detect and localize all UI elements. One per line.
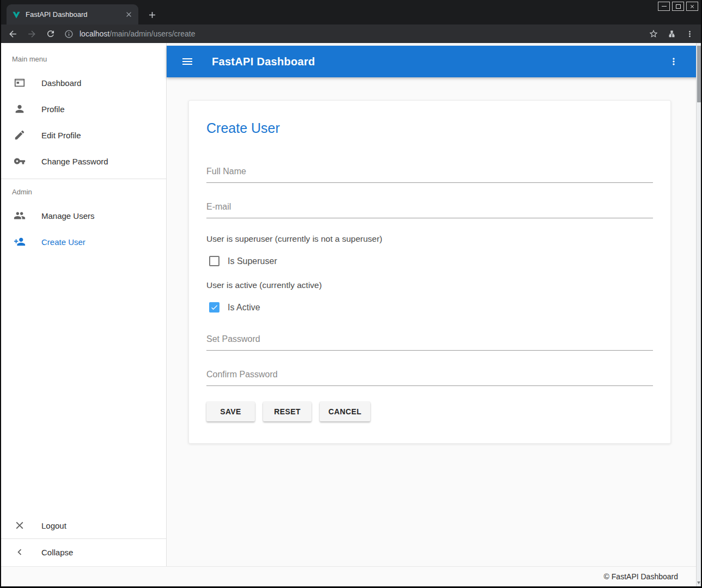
site-info-icon[interactable] [64, 29, 74, 39]
address-bar-row: localhost/main/admin/users/create [1, 24, 701, 43]
sidebar-item-label: Logout [41, 521, 66, 530]
forward-button[interactable] [27, 29, 37, 39]
browser-tab[interactable]: FastAPI Dashboard [7, 4, 138, 24]
sidebar-item-logout[interactable]: Logout [1, 512, 166, 538]
chevron-left-icon [14, 546, 26, 558]
address-bar-actions [649, 29, 694, 39]
sidebar: Main menu Dashboard Profile [1, 43, 167, 566]
main-area: FastAPI Dashboard Create User [167, 43, 701, 566]
full-name-input[interactable] [206, 163, 653, 183]
back-button[interactable] [8, 29, 18, 39]
sidebar-section-admin: Admin [1, 179, 166, 203]
tab-title: FastAPI Dashboard [26, 10, 120, 19]
confirm-password-input[interactable] [206, 366, 653, 386]
confirm-password-field-wrap [206, 366, 653, 386]
superuser-hint: User is superuser (currently is not a su… [206, 234, 653, 244]
browser-window: FastAPI Dashboard [0, 0, 702, 588]
dashboard-icon [14, 77, 26, 89]
sidebar-item-create-user[interactable]: Create User [1, 229, 166, 255]
person-add-icon [14, 236, 26, 248]
form-actions: SAVE RESET CANCEL [206, 402, 653, 421]
new-tab-button[interactable] [147, 10, 157, 20]
sidebar-item-edit-profile[interactable]: Edit Profile [1, 122, 166, 148]
close-icon [14, 519, 26, 531]
active-hint: User is active (currently active) [206, 280, 653, 290]
sidebar-item-manage-users[interactable]: Manage Users [1, 203, 166, 229]
address-bar[interactable]: localhost/main/admin/users/create [64, 29, 640, 39]
sidebar-item-label: Profile [41, 105, 65, 114]
sidebar-item-label: Dashboard [41, 78, 81, 88]
active-checkbox-label[interactable]: Is Active [228, 303, 260, 313]
sidebar-item-label: Edit Profile [41, 131, 81, 140]
scrollbar-thumb[interactable] [697, 46, 701, 102]
cancel-button[interactable]: CANCEL [320, 402, 370, 421]
appbar-title: FastAPI Dashboard [212, 56, 315, 68]
sidebar-bottom: Logout Collapse [1, 512, 166, 566]
superuser-checkbox-label[interactable]: Is Superuser [228, 256, 277, 266]
email-field-wrap [206, 199, 653, 218]
footer-copyright: © FastAPI Dashboard [604, 572, 678, 581]
window-controls [658, 2, 698, 11]
pencil-icon [14, 129, 26, 141]
appbar-more-icon[interactable] [668, 56, 679, 67]
sidebar-item-change-password[interactable]: Change Password [1, 148, 166, 174]
url-path: /main/admin/users/create [109, 29, 195, 38]
maximize-button[interactable] [672, 2, 684, 11]
reload-button[interactable] [46, 29, 56, 39]
app-bar: FastAPI Dashboard [167, 46, 701, 77]
extensions-icon[interactable] [667, 29, 676, 39]
sidebar-item-label: Create User [41, 237, 86, 247]
email-input[interactable] [206, 199, 653, 218]
minimize-button[interactable] [658, 2, 670, 11]
page-scrollbar[interactable] [696, 43, 701, 586]
page-title: Create User [206, 120, 653, 136]
close-button[interactable] [686, 2, 698, 11]
sidebar-item-label: Change Password [41, 157, 108, 166]
sidebar-item-label: Manage Users [41, 211, 95, 220]
tab-close-icon[interactable] [125, 10, 133, 19]
url-host: localhost [80, 29, 109, 38]
key-icon [14, 155, 26, 167]
scrollbar-down-arrow[interactable] [697, 581, 700, 584]
app-footer: © FastAPI Dashboard [1, 566, 701, 586]
reset-button[interactable]: RESET [263, 402, 312, 421]
sidebar-item-collapse[interactable]: Collapse [1, 539, 166, 565]
page-area: Main menu Dashboard Profile [1, 43, 701, 586]
active-checkbox[interactable] [209, 302, 219, 313]
fastapi-logo-icon [12, 10, 21, 19]
set-password-input[interactable] [206, 331, 653, 351]
sidebar-item-label: Collapse [41, 548, 73, 557]
save-button[interactable]: SAVE [206, 402, 255, 421]
person-icon [14, 103, 26, 115]
sidebar-item-profile[interactable]: Profile [1, 96, 166, 122]
full-name-field-wrap [206, 163, 653, 183]
group-icon [14, 210, 26, 222]
create-user-card: Create User User is superuser (currently… [188, 100, 671, 444]
active-checkbox-row[interactable]: Is Active [209, 302, 653, 313]
sidebar-item-dashboard[interactable]: Dashboard [1, 70, 166, 96]
sidebar-section-main-menu: Main menu [1, 46, 166, 70]
content-area: Create User User is superuser (currently… [167, 77, 701, 566]
bookmark-star-icon[interactable] [649, 29, 658, 39]
tab-strip: FastAPI Dashboard [1, 0, 701, 24]
hamburger-menu-icon[interactable] [181, 55, 194, 68]
browser-menu-icon[interactable] [685, 29, 694, 39]
app-body: Main menu Dashboard Profile [1, 43, 701, 566]
superuser-checkbox[interactable] [209, 256, 219, 266]
superuser-checkbox-row[interactable]: Is Superuser [209, 256, 653, 266]
set-password-field-wrap [206, 331, 653, 351]
